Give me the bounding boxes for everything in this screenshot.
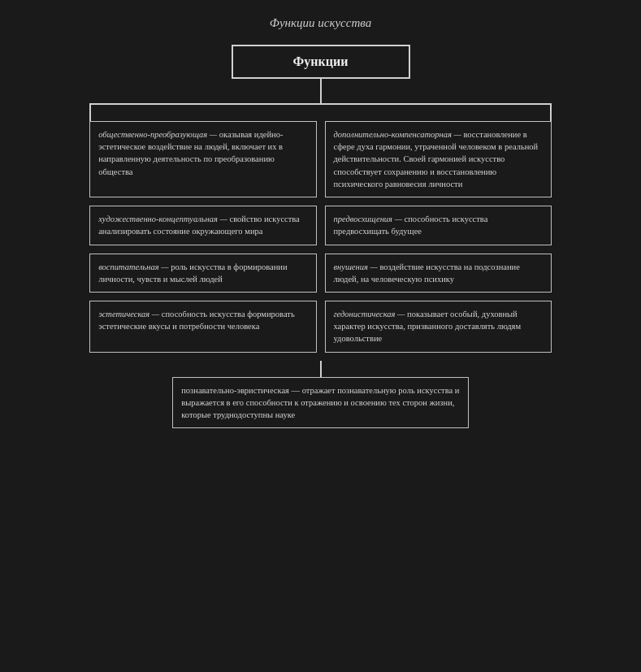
page-title: Функции искусства — [270, 16, 371, 30]
func-name-3-right: внушения — — [334, 262, 378, 271]
right-top-connector — [550, 105, 552, 121]
leaf-node-4-right: гедонистическая — показывает особый, дух… — [325, 301, 552, 353]
root-node: Функции — [232, 45, 410, 79]
leaf-node-4-left: эстетическая — способность искусства фор… — [89, 301, 316, 353]
leaf-node-2-right: предвосхищения — способность искусства п… — [325, 206, 552, 245]
root-connector — [320, 79, 322, 103]
bottom-leaf-node: познавательно-эвристическая — отражает п… — [172, 377, 469, 429]
func-name-2-right: предвосхищения — — [334, 215, 402, 223]
row-1: общественно-преобразующая — оказывая иде… — [89, 121, 552, 197]
func-name-2-left: художественно-концептуальная — — [98, 215, 227, 223]
leaf-node-1-left: общественно-преобразующая — оказывая иде… — [89, 121, 316, 197]
func-name-4-left: эстетическая — — [98, 310, 159, 319]
func-name-1-left: общественно-преобразующая — — [98, 130, 217, 139]
row-4: эстетическая — способность искусства фор… — [89, 301, 552, 353]
diagram-container: Функции общественно-преобразующая — оказ… — [24, 45, 617, 428]
func-name-4-right: гедонистическая — — [334, 310, 405, 319]
bottom-vertical-connector — [320, 361, 322, 377]
leaf-node-3-right: внушения — воздействие искусства на подс… — [325, 254, 552, 293]
row-3: воспитательная — роль искусства в формир… — [89, 254, 552, 293]
func-name-1-right: дополнительно-компенсаторная — — [334, 130, 461, 139]
left-top-connector — [89, 105, 91, 121]
leaf-node-1-right: дополнительно-компенсаторная — восстанов… — [325, 121, 552, 197]
top-connectors — [89, 105, 552, 121]
bottom-func-name: познавательно-эвристическая — — [181, 386, 300, 395]
leaf-node-3-left: воспитательная — роль искусства в формир… — [89, 254, 316, 293]
row-2: художественно-концептуальная — свойство … — [89, 206, 552, 245]
leaf-node-2-left: художественно-концептуальная — свойство … — [89, 206, 316, 245]
func-name-3-left: воспитательная — — [98, 262, 168, 271]
